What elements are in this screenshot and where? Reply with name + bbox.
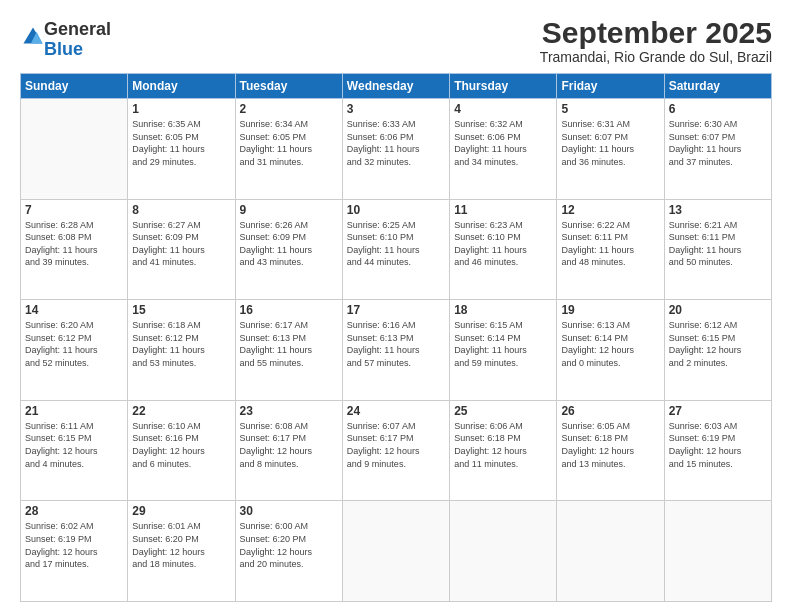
calendar-day-cell: 12Sunrise: 6:22 AMSunset: 6:11 PMDayligh… [557, 199, 664, 300]
weekday-header-cell: Sunday [21, 74, 128, 99]
day-info: Sunrise: 6:15 AMSunset: 6:14 PMDaylight:… [454, 319, 552, 369]
day-info: Sunrise: 6:02 AMSunset: 6:19 PMDaylight:… [25, 520, 123, 570]
calendar-day-cell [342, 501, 449, 602]
calendar-day-cell: 25Sunrise: 6:06 AMSunset: 6:18 PMDayligh… [450, 400, 557, 501]
calendar-week-row: 28Sunrise: 6:02 AMSunset: 6:19 PMDayligh… [21, 501, 772, 602]
calendar-day-cell: 1Sunrise: 6:35 AMSunset: 6:05 PMDaylight… [128, 99, 235, 200]
day-number: 9 [240, 203, 338, 217]
day-info: Sunrise: 6:10 AMSunset: 6:16 PMDaylight:… [132, 420, 230, 470]
day-info: Sunrise: 6:08 AMSunset: 6:17 PMDaylight:… [240, 420, 338, 470]
day-number: 11 [454, 203, 552, 217]
day-info: Sunrise: 6:31 AMSunset: 6:07 PMDaylight:… [561, 118, 659, 168]
day-number: 21 [25, 404, 123, 418]
calendar-day-cell: 8Sunrise: 6:27 AMSunset: 6:09 PMDaylight… [128, 199, 235, 300]
calendar-week-row: 7Sunrise: 6:28 AMSunset: 6:08 PMDaylight… [21, 199, 772, 300]
day-number: 19 [561, 303, 659, 317]
day-info: Sunrise: 6:21 AMSunset: 6:11 PMDaylight:… [669, 219, 767, 269]
day-info: Sunrise: 6:33 AMSunset: 6:06 PMDaylight:… [347, 118, 445, 168]
calendar-day-cell: 7Sunrise: 6:28 AMSunset: 6:08 PMDaylight… [21, 199, 128, 300]
day-number: 30 [240, 504, 338, 518]
weekday-header-row: SundayMondayTuesdayWednesdayThursdayFrid… [21, 74, 772, 99]
calendar-day-cell: 18Sunrise: 6:15 AMSunset: 6:14 PMDayligh… [450, 300, 557, 401]
day-number: 15 [132, 303, 230, 317]
weekday-header-cell: Wednesday [342, 74, 449, 99]
location-subtitle: Tramandai, Rio Grande do Sul, Brazil [540, 49, 772, 65]
weekday-header-cell: Saturday [664, 74, 771, 99]
day-info: Sunrise: 6:03 AMSunset: 6:19 PMDaylight:… [669, 420, 767, 470]
logo-icon [22, 26, 44, 48]
day-number: 23 [240, 404, 338, 418]
calendar-day-cell: 29Sunrise: 6:01 AMSunset: 6:20 PMDayligh… [128, 501, 235, 602]
day-number: 14 [25, 303, 123, 317]
title-block: September 2025 Tramandai, Rio Grande do … [540, 16, 772, 65]
day-number: 7 [25, 203, 123, 217]
calendar-day-cell: 28Sunrise: 6:02 AMSunset: 6:19 PMDayligh… [21, 501, 128, 602]
day-info: Sunrise: 6:32 AMSunset: 6:06 PMDaylight:… [454, 118, 552, 168]
day-info: Sunrise: 6:05 AMSunset: 6:18 PMDaylight:… [561, 420, 659, 470]
day-number: 17 [347, 303, 445, 317]
day-number: 24 [347, 404, 445, 418]
calendar-table: SundayMondayTuesdayWednesdayThursdayFrid… [20, 73, 772, 602]
day-number: 10 [347, 203, 445, 217]
day-info: Sunrise: 6:12 AMSunset: 6:15 PMDaylight:… [669, 319, 767, 369]
calendar-day-cell: 19Sunrise: 6:13 AMSunset: 6:14 PMDayligh… [557, 300, 664, 401]
calendar-week-row: 1Sunrise: 6:35 AMSunset: 6:05 PMDaylight… [21, 99, 772, 200]
calendar-day-cell: 11Sunrise: 6:23 AMSunset: 6:10 PMDayligh… [450, 199, 557, 300]
calendar-day-cell: 17Sunrise: 6:16 AMSunset: 6:13 PMDayligh… [342, 300, 449, 401]
day-info: Sunrise: 6:25 AMSunset: 6:10 PMDaylight:… [347, 219, 445, 269]
day-number: 28 [25, 504, 123, 518]
calendar-day-cell: 24Sunrise: 6:07 AMSunset: 6:17 PMDayligh… [342, 400, 449, 501]
month-title: September 2025 [540, 16, 772, 49]
calendar-day-cell: 21Sunrise: 6:11 AMSunset: 6:15 PMDayligh… [21, 400, 128, 501]
day-info: Sunrise: 6:07 AMSunset: 6:17 PMDaylight:… [347, 420, 445, 470]
day-number: 2 [240, 102, 338, 116]
weekday-header-cell: Monday [128, 74, 235, 99]
day-number: 18 [454, 303, 552, 317]
calendar-body: 1Sunrise: 6:35 AMSunset: 6:05 PMDaylight… [21, 99, 772, 602]
calendar-day-cell: 14Sunrise: 6:20 AMSunset: 6:12 PMDayligh… [21, 300, 128, 401]
day-info: Sunrise: 6:35 AMSunset: 6:05 PMDaylight:… [132, 118, 230, 168]
logo-text: General Blue [44, 20, 111, 60]
day-info: Sunrise: 6:27 AMSunset: 6:09 PMDaylight:… [132, 219, 230, 269]
day-number: 20 [669, 303, 767, 317]
day-info: Sunrise: 6:18 AMSunset: 6:12 PMDaylight:… [132, 319, 230, 369]
calendar-day-cell: 6Sunrise: 6:30 AMSunset: 6:07 PMDaylight… [664, 99, 771, 200]
day-number: 16 [240, 303, 338, 317]
calendar-day-cell [664, 501, 771, 602]
day-info: Sunrise: 6:34 AMSunset: 6:05 PMDaylight:… [240, 118, 338, 168]
day-number: 3 [347, 102, 445, 116]
calendar-day-cell: 15Sunrise: 6:18 AMSunset: 6:12 PMDayligh… [128, 300, 235, 401]
calendar-day-cell: 27Sunrise: 6:03 AMSunset: 6:19 PMDayligh… [664, 400, 771, 501]
weekday-header-cell: Friday [557, 74, 664, 99]
day-number: 1 [132, 102, 230, 116]
header: General Blue September 2025 Tramandai, R… [20, 16, 772, 65]
calendar-day-cell [557, 501, 664, 602]
day-number: 27 [669, 404, 767, 418]
calendar-day-cell: 16Sunrise: 6:17 AMSunset: 6:13 PMDayligh… [235, 300, 342, 401]
calendar-day-cell: 20Sunrise: 6:12 AMSunset: 6:15 PMDayligh… [664, 300, 771, 401]
calendar-header: SundayMondayTuesdayWednesdayThursdayFrid… [21, 74, 772, 99]
weekday-header-cell: Tuesday [235, 74, 342, 99]
calendar-day-cell: 5Sunrise: 6:31 AMSunset: 6:07 PMDaylight… [557, 99, 664, 200]
day-info: Sunrise: 6:11 AMSunset: 6:15 PMDaylight:… [25, 420, 123, 470]
day-info: Sunrise: 6:20 AMSunset: 6:12 PMDaylight:… [25, 319, 123, 369]
day-number: 13 [669, 203, 767, 217]
calendar-day-cell: 9Sunrise: 6:26 AMSunset: 6:09 PMDaylight… [235, 199, 342, 300]
day-number: 26 [561, 404, 659, 418]
calendar-day-cell: 2Sunrise: 6:34 AMSunset: 6:05 PMDaylight… [235, 99, 342, 200]
weekday-header-cell: Thursday [450, 74, 557, 99]
calendar-day-cell: 10Sunrise: 6:25 AMSunset: 6:10 PMDayligh… [342, 199, 449, 300]
calendar-week-row: 21Sunrise: 6:11 AMSunset: 6:15 PMDayligh… [21, 400, 772, 501]
day-number: 29 [132, 504, 230, 518]
day-info: Sunrise: 6:16 AMSunset: 6:13 PMDaylight:… [347, 319, 445, 369]
day-number: 5 [561, 102, 659, 116]
calendar-day-cell: 23Sunrise: 6:08 AMSunset: 6:17 PMDayligh… [235, 400, 342, 501]
day-number: 8 [132, 203, 230, 217]
day-number: 6 [669, 102, 767, 116]
page: General Blue September 2025 Tramandai, R… [0, 0, 792, 612]
calendar-day-cell: 3Sunrise: 6:33 AMSunset: 6:06 PMDaylight… [342, 99, 449, 200]
day-info: Sunrise: 6:06 AMSunset: 6:18 PMDaylight:… [454, 420, 552, 470]
day-info: Sunrise: 6:00 AMSunset: 6:20 PMDaylight:… [240, 520, 338, 570]
day-info: Sunrise: 6:28 AMSunset: 6:08 PMDaylight:… [25, 219, 123, 269]
day-number: 4 [454, 102, 552, 116]
